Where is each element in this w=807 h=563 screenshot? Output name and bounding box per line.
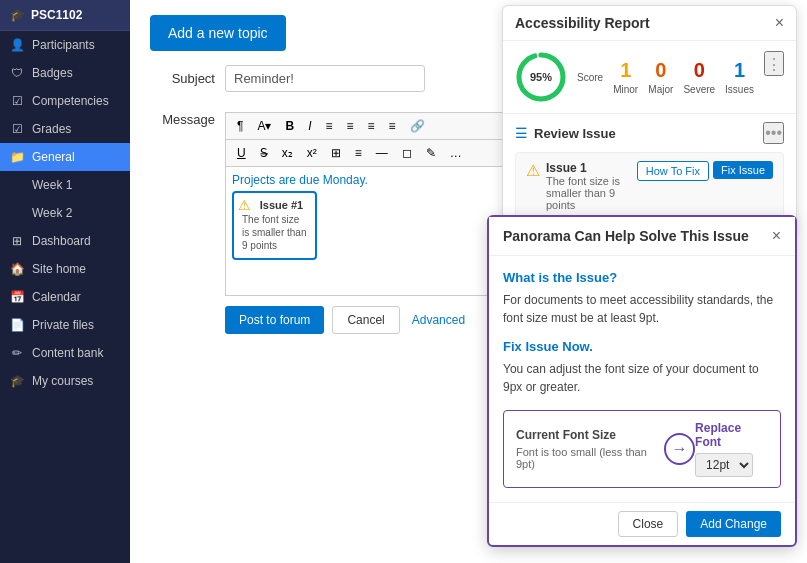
cancel-button[interactable]: Cancel [332, 306, 399, 334]
sidebar-item-week2[interactable]: Week 2 [0, 199, 130, 227]
sitehome-icon: 🏠 [10, 262, 24, 276]
issues-score: 1 Issues [725, 59, 754, 95]
fix-issue-text: You can adjust the font size of your doc… [503, 360, 781, 396]
grades-icon: ☑ [10, 122, 24, 136]
toolbar-font[interactable]: A▾ [251, 116, 277, 136]
mycourses-icon: 🎓 [10, 374, 24, 388]
current-font-info: Current Font Size Font is too small (les… [516, 428, 664, 470]
what-issue-text: For documents to meet accessibility stan… [503, 291, 781, 327]
issue-box-text: The font size is smaller than 9 points [242, 213, 307, 252]
issue-warn-icon: ⚠ [526, 161, 540, 180]
editor-first-line: Projects are due Monday. [232, 173, 528, 187]
issue-desc: The font size is smaller than 9 points [546, 175, 629, 211]
sidebar-item-general[interactable]: 📁 General [0, 143, 130, 171]
issue-box-title: Issue #1 [256, 199, 307, 211]
toolbar-paragraph[interactable]: ¶ [231, 116, 249, 136]
current-font-label: Current Font Size [516, 428, 664, 442]
badges-icon: 🛡 [10, 66, 24, 80]
toolbar-indent[interactable]: ≡ [362, 116, 381, 136]
issue-buttons: How To Fix Fix Issue [637, 161, 773, 181]
sidebar-item-grades[interactable]: ☑ Grades [0, 115, 130, 143]
sidebar-item-privatefiles[interactable]: 📄 Private files [0, 311, 130, 339]
subject-label: Subject [150, 65, 215, 86]
scores-menu-button[interactable]: ⋮ [764, 51, 784, 76]
issue-box: ⚠ Issue #1 The font size is smaller than… [232, 191, 317, 260]
toolbar-hr[interactable]: — [370, 143, 394, 163]
toolbar-align[interactable]: ≡ [383, 116, 402, 136]
panorama-footer: Close Add Change [489, 502, 795, 545]
current-font-desc: Font is too small (less than 9pt) [516, 446, 664, 470]
editor-toolbar-row2: U S̶ x₂ x² ⊞ ≡ — ◻ ✎ … [225, 139, 535, 166]
message-label: Message [150, 106, 215, 127]
panorama-body: What is the Issue? For documents to meet… [489, 256, 795, 502]
subject-input[interactable] [225, 65, 425, 92]
panel-header: Accessibility Report × [503, 6, 796, 41]
review-section: ☰ Review Issue ••• ⚠ Issue 1 The font si… [503, 113, 796, 228]
arrow-icon: → [664, 433, 695, 465]
toolbar-underline[interactable]: U [231, 143, 252, 163]
sidebar-item-dashboard[interactable]: ⊞ Dashboard [0, 227, 130, 255]
toolbar-sup[interactable]: x² [301, 143, 323, 163]
toolbar-blockquote[interactable]: ≡ [349, 143, 368, 163]
issue-info: ⚠ Issue 1 The font size is smaller than … [526, 161, 629, 211]
participants-icon: 👤 [10, 38, 24, 52]
privatefiles-icon: 📄 [10, 318, 24, 332]
panorama-close-button[interactable]: × [772, 227, 781, 245]
panorama-header: Panorama Can Help Solve This Issue × [489, 217, 795, 256]
toolbar-img[interactable]: ◻ [396, 143, 418, 163]
howto-fix-button[interactable]: How To Fix [637, 161, 709, 181]
fix-issue-title: Fix Issue Now. [503, 339, 781, 354]
sidebar-item-competencies[interactable]: ☑ Competencies [0, 87, 130, 115]
what-issue-title: What is the Issue? [503, 270, 781, 285]
toolbar-strike[interactable]: S̶ [254, 143, 274, 163]
toolbar-ol[interactable]: ≡ [341, 116, 360, 136]
sidebar-item-mycourses[interactable]: 🎓 My courses [0, 367, 130, 395]
minor-score: 1 Minor [613, 59, 638, 95]
replace-font-select[interactable]: 12pt 10pt 14pt 16pt [695, 453, 753, 477]
panorama-title: Panorama Can Help Solve This Issue [503, 228, 749, 244]
add-change-button[interactable]: Add Change [686, 511, 781, 537]
toolbar-table[interactable]: ⊞ [325, 143, 347, 163]
accessibility-panel: Accessibility Report × 95% Score 1 Minor… [502, 5, 797, 229]
font-size-row: Current Font Size Font is too small (les… [503, 410, 781, 488]
toolbar-special[interactable]: ✎ [420, 143, 442, 163]
general-icon: 📁 [10, 150, 24, 164]
calendar-icon: 📅 [10, 290, 24, 304]
panel-title: Accessibility Report [515, 15, 650, 31]
panel-close-button[interactable]: × [775, 14, 784, 32]
major-score: 0 Major [648, 59, 673, 95]
dashboard-icon: ⊞ [10, 234, 24, 248]
issue-details: Issue 1 The font size is smaller than 9 … [546, 161, 629, 211]
review-more-button[interactable]: ••• [763, 122, 784, 144]
fix-issue-button[interactable]: Fix Issue [713, 161, 773, 179]
sidebar-item-participants[interactable]: 👤 Participants [0, 31, 130, 59]
toolbar-italic[interactable]: I [302, 116, 317, 136]
toolbar-link[interactable]: 🔗 [404, 116, 431, 136]
course-title[interactable]: 🎓 PSC1102 [0, 0, 130, 31]
sidebar-item-week1[interactable]: Week 1 [0, 171, 130, 199]
replace-font-area: Replace Font 12pt 10pt 14pt 16pt [695, 421, 768, 477]
review-title: Review Issue [534, 126, 616, 141]
close-button[interactable]: Close [618, 511, 679, 537]
toolbar-sub[interactable]: x₂ [276, 143, 299, 163]
issue-name: Issue 1 [546, 161, 629, 175]
sidebar-item-badges[interactable]: 🛡 Badges [0, 59, 130, 87]
review-icon: ☰ [515, 125, 528, 141]
sidebar-item-sitehome[interactable]: 🏠 Site home [0, 255, 130, 283]
sidebar: 🎓 PSC1102 👤 Participants 🛡 Badges ☑ Comp… [0, 0, 130, 563]
advanced-button[interactable]: Advanced [408, 306, 469, 334]
replace-font-label: Replace Font [695, 421, 768, 449]
sidebar-item-contentbank[interactable]: ✏ Content bank [0, 339, 130, 367]
sidebar-item-calendar[interactable]: 📅 Calendar [0, 283, 130, 311]
post-forum-button[interactable]: Post to forum [225, 306, 324, 334]
issue-warning-icon: ⚠ [238, 197, 251, 213]
toolbar-ul[interactable]: ≡ [319, 116, 338, 136]
toolbar-more[interactable]: … [444, 143, 468, 163]
toolbar-bold[interactable]: B [279, 116, 300, 136]
score-circle-container: 95% [515, 51, 567, 103]
course-icon: 🎓 [10, 8, 25, 22]
add-topic-button[interactable]: Add a new topic [150, 15, 286, 51]
score-label-below: Score [577, 72, 603, 83]
panorama-panel: Panorama Can Help Solve This Issue × Wha… [487, 215, 797, 547]
severe-score: 0 Severe [683, 59, 715, 95]
